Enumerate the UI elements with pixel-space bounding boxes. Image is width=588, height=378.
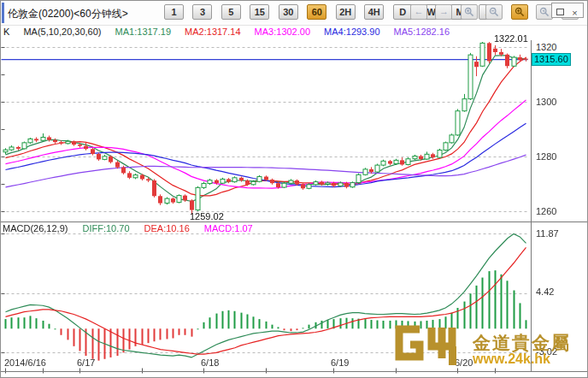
forward-button[interactable]: → xyxy=(435,4,452,20)
ma5-value-label: MA5:1282.16 xyxy=(394,27,450,37)
price-tick-1280: 1280 xyxy=(536,151,556,162)
dea-value-label: DEA:10.16 xyxy=(144,223,190,233)
low-price-annotation: 1259.02 xyxy=(190,211,224,221)
forward-arrow-icon: → xyxy=(439,6,449,16)
high-price-annotation: 1322.01 xyxy=(494,33,528,44)
timeframe-2h-button[interactable]: 2H xyxy=(336,4,356,20)
close-icon: × xyxy=(572,8,577,18)
main-chart-legend: K MA(5,10,20,30,60) MA1:1317.19 MA2:1317… xyxy=(3,27,461,37)
price-tick-1320: 1320 xyxy=(536,42,556,52)
ma-params-label: MA(5,10,20,30,60) xyxy=(23,27,101,37)
date-label-0618: 6/18 xyxy=(201,357,219,368)
zoom-out-button[interactable] xyxy=(485,4,503,20)
watermark: 金道貴金屬 www.24k.hk xyxy=(387,321,588,372)
timeframe-4h-button[interactable]: 4H xyxy=(364,4,384,20)
date-label-0617: 6/17 xyxy=(77,357,95,368)
back-arrow-icon: ← xyxy=(415,6,424,16)
last-price-tag: 1315.60 xyxy=(532,53,571,66)
zoom-out-icon xyxy=(489,7,499,17)
zoom-reset-icon xyxy=(539,7,550,17)
macd-tick-mid: 4.42 xyxy=(536,286,554,297)
close-button[interactable]: × xyxy=(569,9,580,19)
zoom-area-icon xyxy=(514,7,525,17)
watermark-url: www.24k.hk xyxy=(473,351,550,367)
ma2-value-label: MA2:1317.14 xyxy=(185,27,240,37)
toolbar: 伦敦金(02200)<60分钟线> 1 3 5 15 30 60 2H 4H D… xyxy=(1,1,587,26)
zoom-area-button[interactable] xyxy=(511,4,528,20)
timeframe-5-button[interactable]: 5 xyxy=(221,4,241,20)
k-line-label: K xyxy=(3,27,9,37)
zoom-in-icon xyxy=(464,7,474,17)
restore-icon xyxy=(556,9,564,15)
ma4-value-label: MA4:1293.90 xyxy=(324,27,379,37)
back-button[interactable]: ← xyxy=(410,4,427,20)
macd-value-label: MACD:1.07 xyxy=(204,223,253,233)
toolbar-accent xyxy=(2,3,4,23)
date-label-0616: 2014/6/16 xyxy=(4,357,46,368)
macd-params-label: MACD(26,12,9) xyxy=(3,223,68,233)
ma1-value-label: MA1:1317.19 xyxy=(115,27,171,37)
diff-value-label: DIFF:10.70 xyxy=(82,223,129,233)
date-label-0619: 6/19 xyxy=(331,357,349,368)
timeframe-30-button[interactable]: 30 xyxy=(279,4,298,20)
panel-separator xyxy=(1,221,588,222)
window-controls: × xyxy=(551,3,584,18)
goldenway-logo-icon xyxy=(387,321,467,369)
price-tick-1260: 1260 xyxy=(536,206,556,216)
macd-tick-high: 11.87 xyxy=(536,228,559,239)
ma3-value-label: MA3:1302.00 xyxy=(255,27,310,37)
timeframe-3-button[interactable]: 3 xyxy=(192,4,212,20)
timeframe-60-button[interactable]: 60 xyxy=(307,4,326,20)
timeframe-15-button[interactable]: 15 xyxy=(250,4,269,20)
chart-window: 伦敦金(02200)<60分钟线> 1 3 5 15 30 60 2H 4H D… xyxy=(0,0,588,378)
symbol-title: 伦敦金(02200)<60分钟线> xyxy=(8,7,128,21)
restore-button[interactable] xyxy=(555,9,566,19)
price-tick-1300: 1300 xyxy=(536,97,556,107)
macd-legend: MACD(26,12,9) DIFF:10.70 DEA:10.16 MACD:… xyxy=(3,223,265,233)
timeframe-1-button[interactable]: 1 xyxy=(164,4,184,20)
zoom-in-button[interactable] xyxy=(461,4,478,20)
